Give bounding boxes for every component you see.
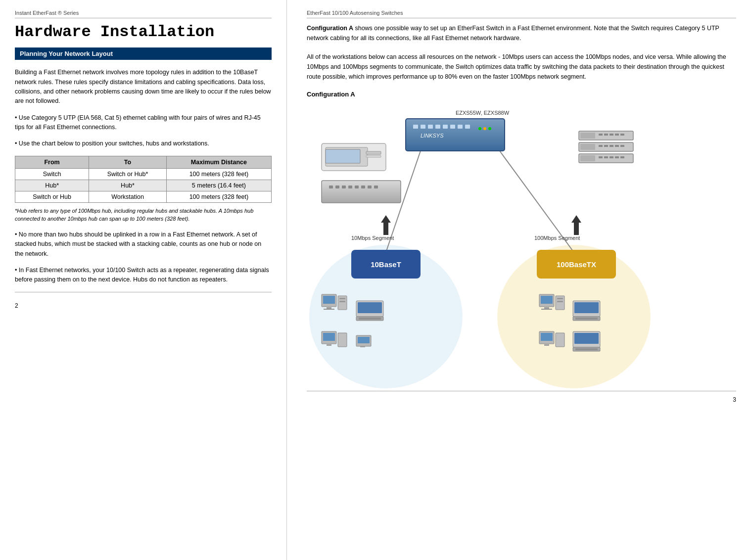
svg-rect-52	[351, 250, 421, 279]
svg-rect-87	[539, 331, 554, 344]
svg-rect-23	[443, 125, 448, 129]
svg-rect-60	[327, 307, 331, 309]
series-label: Instant EtherFast ® Series	[15, 10, 79, 16]
bullet-2: • Use the chart below to position your s…	[15, 139, 272, 148]
svg-text:100BaseTX: 100BaseTX	[557, 260, 596, 269]
svg-rect-16	[368, 186, 372, 188]
svg-rect-54	[537, 250, 616, 279]
right-header: EtherFast 10/100 Autosensing Switches	[307, 10, 736, 18]
svg-point-29	[483, 127, 486, 130]
svg-rect-93	[573, 347, 600, 351]
svg-rect-69	[322, 331, 336, 344]
svg-rect-38	[579, 142, 633, 151]
svg-rect-65	[356, 301, 383, 317]
svg-rect-81	[557, 298, 563, 299]
product-label: EtherFast 10/100 Autosensing Switches	[307, 10, 403, 16]
svg-rect-71	[327, 344, 331, 346]
svg-rect-66	[358, 302, 382, 313]
svg-rect-42	[610, 145, 613, 147]
svg-rect-36	[615, 134, 619, 136]
svg-rect-25	[458, 125, 463, 129]
svg-rect-24	[450, 125, 455, 129]
table-footnote: *Hub refers to any type of 100Mbps hub, …	[15, 207, 272, 223]
svg-text:10BaseT: 10BaseT	[371, 260, 401, 269]
svg-rect-50	[615, 156, 619, 158]
row2-to: Hub*	[89, 180, 167, 191]
svg-line-2	[386, 151, 421, 252]
row2-distance: 5 meters (16.4 feet)	[166, 180, 271, 191]
row3-to: Workstation	[89, 191, 167, 202]
svg-rect-92	[574, 333, 599, 344]
svg-rect-86	[575, 318, 598, 320]
svg-rect-44	[620, 145, 624, 147]
page-title: Hardware Installation	[15, 23, 272, 41]
body-paragraph-2: All of the workstations below can access…	[307, 52, 736, 82]
svg-rect-77	[541, 296, 553, 304]
svg-rect-6	[326, 149, 360, 163]
svg-rect-43	[615, 145, 619, 147]
right-page-number: 3	[307, 391, 736, 403]
col-header-to: To	[89, 156, 167, 168]
svg-rect-70	[323, 333, 335, 341]
svg-rect-12	[342, 186, 346, 188]
row1-to: Switch or Hub*	[89, 168, 167, 180]
svg-rect-73	[356, 335, 371, 346]
svg-rect-76	[539, 294, 554, 307]
network-diagram: LINKSYS	[307, 104, 653, 391]
row3-distance: 100 meters (328 feet)	[166, 191, 271, 202]
svg-rect-31	[579, 131, 633, 140]
svg-line-3	[500, 151, 574, 252]
config-a-intro: Configuration A shows one possible way t…	[307, 23, 736, 43]
svg-rect-80	[556, 296, 564, 310]
svg-rect-33	[599, 134, 603, 136]
svg-rect-48	[604, 156, 608, 158]
svg-rect-62	[338, 296, 347, 310]
svg-rect-88	[541, 333, 553, 341]
row1-distance: 100 meters (328 feet)	[166, 168, 271, 180]
svg-rect-26	[465, 125, 470, 129]
body-paragraph-1: Building a Fast Ethernet network involve…	[15, 68, 272, 106]
svg-rect-37	[620, 134, 624, 136]
left-page-number: 2	[15, 292, 272, 309]
svg-rect-46	[580, 155, 595, 161]
svg-rect-4	[322, 143, 386, 171]
svg-rect-34	[604, 134, 608, 136]
svg-rect-35	[610, 134, 613, 136]
svg-rect-64	[339, 301, 345, 302]
col-header-distance: Maximum Distance	[166, 156, 271, 168]
svg-rect-8	[366, 155, 381, 157]
config-a-text: shows one possible way to set up an Ethe…	[307, 25, 719, 42]
svg-rect-78	[544, 307, 549, 309]
svg-rect-22	[435, 125, 440, 129]
svg-point-0	[309, 245, 463, 388]
svg-rect-45	[579, 154, 633, 163]
svg-text:100Mbps Segment: 100Mbps Segment	[534, 235, 580, 241]
diagram-svg: LINKSYS	[307, 104, 653, 391]
svg-rect-17	[374, 186, 378, 188]
row3-from: Switch or Hub	[15, 191, 89, 202]
svg-rect-75	[360, 346, 365, 347]
svg-rect-82	[557, 301, 563, 302]
svg-marker-56	[381, 215, 391, 235]
col-header-from: From	[15, 156, 89, 168]
row1-from: Switch	[15, 168, 89, 180]
svg-rect-90	[556, 333, 564, 347]
network-table: From To Maximum Distance Switch Switch o…	[15, 156, 272, 203]
config-a-bold: Configuration A	[307, 25, 353, 32]
svg-rect-15	[361, 186, 365, 188]
svg-rect-85	[573, 317, 600, 321]
svg-text:EZXS55W, EZXS88W: EZXS55W, EZXS88W	[456, 110, 510, 116]
svg-rect-72	[338, 333, 347, 347]
svg-rect-79	[541, 309, 552, 310]
svg-rect-61	[324, 309, 334, 310]
svg-point-30	[488, 127, 491, 130]
svg-rect-49	[610, 156, 613, 158]
svg-rect-20	[421, 125, 425, 129]
section-header: Planning Your Network Layout	[15, 47, 272, 60]
svg-rect-58	[322, 294, 336, 307]
svg-rect-91	[573, 331, 600, 347]
svg-rect-7	[366, 151, 381, 154]
svg-marker-57	[571, 215, 581, 235]
bullet-1: • Use Category 5 UTP (EIA 568, Cat 5) et…	[15, 113, 272, 133]
svg-rect-51	[620, 156, 624, 158]
